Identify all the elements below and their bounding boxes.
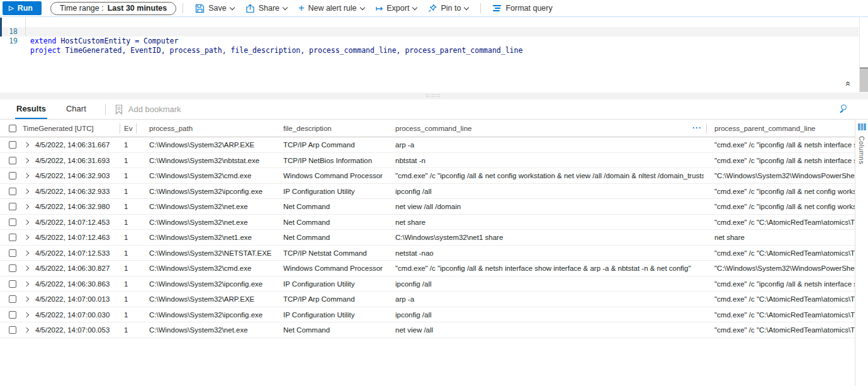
cell-eventid: 1 [124,261,137,276]
cell-file-description: IP Configuration Utility [283,307,392,322]
row-expand-chevron-icon[interactable] [24,250,29,255]
cell-eventid: 1 [124,215,137,230]
cell-file-description: TCP/IP Arp Command [283,137,392,152]
tabs-divider [105,104,106,115]
table-row[interactable]: 4/5/2022, 14:06:31.667 1 C:\Windows\Syst… [0,137,855,153]
chevron-down-icon [412,4,417,9]
cell-process-path: C:\Windows\System32\net1.exe [149,230,278,245]
cell-file-description: Windows Command Processor [283,168,392,183]
cell-process-command-line: "cmd.exe" /c "ipconfig /all & net config… [395,168,704,183]
row-expand-chevron-icon[interactable] [24,312,29,317]
chevron-down-icon [283,4,288,9]
cell-timegenerated: 4/5/2022, 14:06:30.827 [35,261,118,276]
row-checkbox[interactable] [9,203,16,210]
row-checkbox[interactable] [9,141,16,149]
cell-eventid: 1 [124,322,137,338]
column-header-process-command-line[interactable]: process_command_line [395,120,647,137]
row-expand-chevron-icon[interactable] [24,157,29,162]
table-row[interactable]: 4/5/2022, 14:07:00.053 1 C:\Windows\Syst… [0,322,855,338]
row-expand-chevron-icon[interactable] [24,266,29,271]
row-expand-chevron-icon[interactable] [24,327,29,332]
table-row[interactable]: 4/5/2022, 14:06:30.827 1 C:\Windows\Syst… [0,261,855,276]
table-row[interactable]: 4/5/2022, 14:06:32.933 1 C:\Windows\Syst… [0,184,855,200]
export-button[interactable]: ↦ Export [376,4,417,13]
cell-process-parent-command-line: "cmd.exe" /c "ipconfig /all & net config… [714,184,855,199]
run-button[interactable]: ▷ Run [3,1,42,15]
tab-chart[interactable]: Chart [65,99,87,119]
save-label: Save [208,4,227,13]
row-checkbox[interactable] [9,264,16,272]
table-row[interactable]: 4/5/2022, 14:06:32.903 1 C:\Windows\Syst… [0,168,855,184]
column-header-process-path[interactable]: process_path [149,120,275,137]
row-expand-chevron-icon[interactable] [24,173,29,178]
editor-scrollbar[interactable] [859,18,868,93]
query-blade: ▷ Run Time range : Last 30 minutes Save … [0,0,868,386]
select-all-checkbox[interactable] [9,125,16,132]
row-expand-chevron-icon[interactable] [24,297,29,302]
search-button[interactable] [839,104,850,115]
scrollbar-thumb[interactable] [860,67,868,92]
column-header-file-description[interactable]: file_description [283,120,390,137]
new-alert-rule-label: New alert rule [308,4,356,13]
cell-timegenerated: 4/5/2022, 14:07:00.013 [35,292,118,307]
table-row[interactable]: 4/5/2022, 14:07:00.013 1 C:\Windows\Syst… [0,292,855,307]
row-expand-chevron-icon[interactable] [24,142,29,147]
splitter-grip-icon [426,94,441,99]
column-header-process-parent-command-line[interactable]: process_parent_command_line [714,120,853,137]
table-row[interactable]: 4/5/2022, 14:06:30.863 1 C:\Windows\Syst… [0,276,855,292]
cell-process-command-line: net view /all [395,322,704,338]
table-row[interactable]: 4/5/2022, 14:06:31.693 1 C:\Windows\Syst… [0,153,855,169]
save-button[interactable]: Save [195,4,234,13]
cell-eventid: 1 [124,307,137,322]
column-menu-ellipsis[interactable]: ··· [692,120,702,137]
table-row[interactable]: 4/5/2022, 14:07:00.030 1 C:\Windows\Syst… [0,307,855,323]
row-checkbox[interactable] [9,311,16,319]
save-icon [195,4,205,13]
editor-line: 18 extend HostCustomEntity = Computer [0,18,856,27]
pin-to-button[interactable]: Pin to [428,4,468,13]
time-range-picker[interactable]: Time range : Last 30 minutes [50,2,176,15]
columns-panel-tab[interactable]: Columns [855,120,868,386]
share-button[interactable]: Share [245,4,287,13]
row-expand-chevron-icon[interactable] [24,188,29,193]
row-checkbox[interactable] [9,280,16,288]
row-expand-chevron-icon[interactable] [24,235,29,240]
cell-file-description: IP Configuration Utility [283,276,392,292]
row-checkbox[interactable] [9,295,16,303]
cell-process-path: C:\Windows\System32\net.exe [149,199,278,214]
cell-process-path: C:\Windows\System32\ipconfig.exe [149,184,278,199]
export-icon: ↦ [376,4,383,13]
row-checkbox[interactable] [9,157,16,164]
row-expand-chevron-icon[interactable] [24,281,29,286]
pane-splitter[interactable] [0,93,868,99]
columns-icon [858,123,866,130]
tab-results[interactable]: Results [15,99,47,119]
format-query-button[interactable]: Format query [493,4,552,13]
cell-timegenerated: 4/5/2022, 14:06:32.980 [35,199,118,214]
table-row[interactable]: 4/5/2022, 14:07:12.453 1 C:\Windows\Syst… [0,215,855,230]
column-header-eventid[interactable]: EventID [124,120,133,137]
row-checkbox[interactable] [9,172,16,179]
query-editor[interactable]: 18 extend HostCustomEntity = Computer 19… [0,18,859,93]
row-checkbox[interactable] [9,234,16,241]
cell-eventid: 1 [124,246,137,261]
row-checkbox[interactable] [9,249,16,257]
row-checkbox[interactable] [9,219,16,226]
table-row[interactable]: 4/5/2022, 14:07:12.463 1 C:\Windows\Syst… [0,230,855,246]
run-button-label: Run [18,4,33,13]
cell-process-parent-command-line: "cmd.exe" /c "C:\AtomicRedTeam\atomics\T… [714,246,855,261]
collapse-editor-button[interactable]: « [843,82,854,92]
table-row[interactable]: 4/5/2022, 14:07:12.533 1 C:\Windows\Syst… [0,246,855,261]
pin-icon [428,4,437,13]
row-checkbox[interactable] [9,326,16,334]
row-checkbox[interactable] [9,188,16,195]
row-expand-chevron-icon[interactable] [24,204,29,209]
toolbar-divider [183,3,183,13]
row-expand-chevron-icon[interactable] [24,219,29,224]
new-alert-rule-button[interactable]: + New alert rule [298,3,364,13]
add-bookmark-button[interactable]: Add bookmark [115,105,181,115]
column-header-timegenerated[interactable]: TimeGenerated [UTC] [23,120,104,137]
chevron-down-icon [359,4,364,9]
table-row[interactable]: 4/5/2022, 14:06:32.980 1 C:\Windows\Syst… [0,199,855,215]
cell-timegenerated: 4/5/2022, 14:06:31.667 [35,137,118,152]
